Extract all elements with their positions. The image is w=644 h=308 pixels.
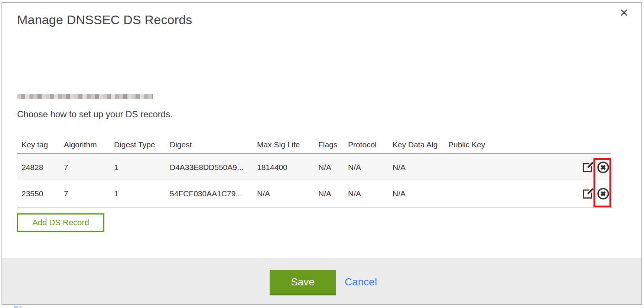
cell-digest: 54FCF030AA1C79...: [170, 189, 257, 198]
dialog-footer: Save Cancel: [2, 258, 641, 304]
col-header-public-key: Public Key: [448, 140, 575, 149]
instruction-text: Choose how to set up your DS records.: [17, 109, 173, 119]
close-icon[interactable]: ✕: [619, 7, 629, 19]
cell-max-sig-life: N/A: [257, 189, 318, 198]
col-header-key-data-alg: Key Data Alg: [393, 140, 448, 149]
cell-key-tag: 23550: [22, 189, 64, 198]
cell-protocol: N/A: [348, 189, 393, 198]
table-row: 23550 7 1 54FCF030AA1C79... N/A N/A N/A …: [17, 180, 611, 207]
edit-record-icon[interactable]: [581, 187, 595, 200]
cell-digest-type: 1: [114, 163, 170, 172]
col-header-max-sig-life: Max Sig Life: [257, 140, 318, 149]
cell-digest: D4A33E8DD550A9...: [170, 163, 257, 172]
background-page-artifact: [19, 306, 22, 308]
manage-dnssec-dialog: Manage DNSSEC DS Records ✕ Choose how to…: [1, 2, 642, 305]
col-header-algorithm: Algorithm: [64, 140, 114, 149]
col-header-protocol: Protocol: [348, 140, 393, 149]
delete-record-icon[interactable]: [596, 161, 610, 174]
dialog-title: Manage DNSSEC DS Records: [17, 13, 192, 27]
ds-records-table: Key tag Algorithm Digest Type Digest Max…: [17, 136, 611, 207]
col-header-flags: Flags: [318, 140, 348, 149]
cancel-link[interactable]: Cancel: [345, 276, 377, 288]
cell-flags: N/A: [318, 163, 348, 172]
col-header-key-tag: Key tag: [22, 140, 64, 149]
cell-max-sig-life: 1814400: [257, 163, 318, 172]
col-header-digest-type: Digest Type: [114, 140, 170, 149]
row-actions: [575, 187, 611, 200]
cell-algorithm: 7: [64, 189, 114, 198]
table-header-row: Key tag Algorithm Digest Type Digest Max…: [17, 136, 611, 154]
cell-key-data-alg: N/A: [393, 163, 448, 172]
save-button[interactable]: Save: [270, 270, 336, 295]
cell-protocol: N/A: [348, 163, 393, 172]
add-ds-record-button[interactable]: Add DS Record: [17, 213, 104, 232]
cell-key-data-alg: N/A: [393, 189, 448, 198]
delete-record-icon[interactable]: [596, 187, 610, 200]
cell-flags: N/A: [318, 189, 348, 198]
cell-digest-type: 1: [114, 189, 170, 198]
background-page-artifact: [14, 306, 18, 308]
edit-record-icon[interactable]: [581, 161, 595, 174]
cell-key-tag: 24828: [22, 163, 64, 172]
redacted-domain-name: [17, 82, 153, 94]
table-row: 24828 7 1 D4A33E8DD550A9... 1814400 N/A …: [17, 154, 611, 180]
cell-algorithm: 7: [64, 163, 114, 172]
row-actions: [575, 161, 611, 174]
col-header-digest: Digest: [170, 140, 257, 149]
